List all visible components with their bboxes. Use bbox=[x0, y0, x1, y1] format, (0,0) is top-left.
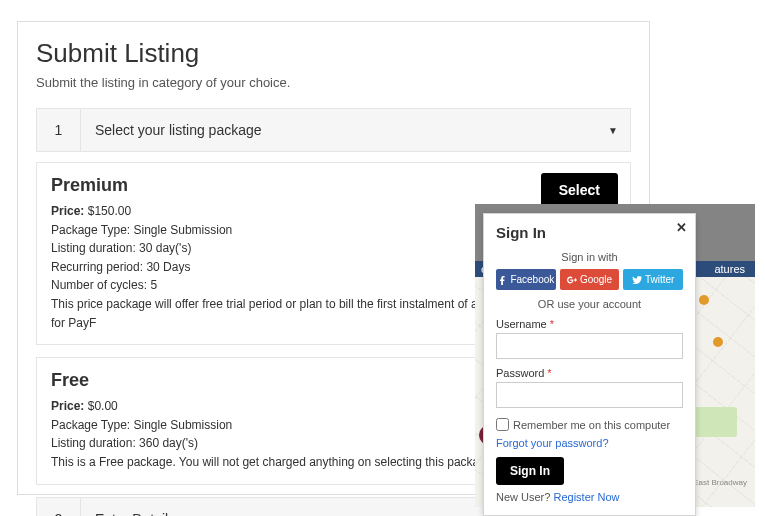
twitter-icon bbox=[632, 275, 642, 285]
username-input[interactable] bbox=[496, 333, 683, 359]
twitter-signin-button[interactable]: Twitter bbox=[623, 269, 683, 290]
recurring-value: 30 Days bbox=[146, 260, 190, 274]
cycles-value: 5 bbox=[150, 278, 157, 292]
remember-me-label: Remember me on this computer bbox=[513, 419, 670, 431]
map-label: East Broadway bbox=[693, 478, 747, 487]
price-label: Price: bbox=[51, 204, 84, 218]
page-title: Submit Listing bbox=[36, 38, 631, 69]
or-divider: OR use your account bbox=[496, 298, 683, 310]
duration-label: Listing duration: bbox=[51, 436, 136, 450]
facebook-signin-button[interactable]: Facebook bbox=[496, 269, 556, 290]
remember-me-checkbox[interactable] bbox=[496, 418, 509, 431]
page-subtitle: Submit the listing in category of your c… bbox=[36, 75, 631, 90]
price-label: Price: bbox=[51, 399, 84, 413]
type-value: Single Submission bbox=[134, 223, 233, 237]
price-value: $150.00 bbox=[88, 204, 131, 218]
signin-backdrop: erties atures City Hall Chambers St East… bbox=[475, 204, 755, 507]
username-label: Username * bbox=[496, 318, 683, 330]
step-number: 1 bbox=[37, 108, 81, 152]
caret-down-icon: ▼ bbox=[596, 125, 630, 136]
new-user-row: New User? Register Now bbox=[496, 491, 683, 503]
nav-text-fragment: atures bbox=[714, 263, 745, 275]
step-1-header[interactable]: 1 Select your listing package ▼ bbox=[36, 108, 631, 152]
password-input[interactable] bbox=[496, 382, 683, 408]
register-link[interactable]: Register Now bbox=[553, 491, 619, 503]
duration-value: 360 day('s) bbox=[139, 436, 198, 450]
signin-title: Sign In bbox=[496, 224, 683, 241]
duration-label: Listing duration: bbox=[51, 241, 136, 255]
google-plus-icon bbox=[567, 275, 577, 285]
signin-button[interactable]: Sign In bbox=[496, 457, 564, 485]
select-premium-button[interactable]: Select bbox=[541, 173, 618, 207]
close-icon[interactable]: ✕ bbox=[676, 220, 687, 235]
recurring-label: Recurring period: bbox=[51, 260, 143, 274]
cycles-label: Number of cycles: bbox=[51, 278, 147, 292]
signin-with-label: Sign in with bbox=[496, 251, 683, 263]
google-signin-button[interactable]: Google bbox=[560, 269, 620, 290]
type-label: Package Type: bbox=[51, 223, 130, 237]
type-label: Package Type: bbox=[51, 418, 130, 432]
type-value: Single Submission bbox=[134, 418, 233, 432]
forgot-password-link[interactable]: Forgot your password? bbox=[496, 437, 609, 449]
price-value: $0.00 bbox=[88, 399, 118, 413]
facebook-icon bbox=[497, 275, 507, 285]
remember-me-row[interactable]: Remember me on this computer bbox=[496, 418, 683, 431]
package-name: Premium bbox=[51, 175, 616, 196]
password-label: Password * bbox=[496, 367, 683, 379]
step-number: 2 bbox=[37, 497, 81, 516]
duration-value: 30 day('s) bbox=[139, 241, 191, 255]
signin-modal: ✕ Sign In Sign in with Facebook Google T… bbox=[483, 213, 696, 516]
step-label: Select your listing package bbox=[81, 122, 596, 138]
